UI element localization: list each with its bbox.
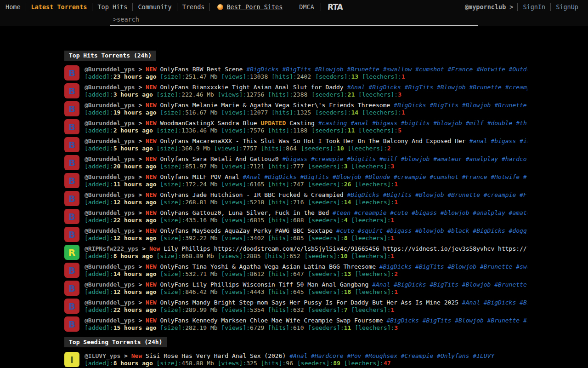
torrent-user[interactable]: @Burunddel_yps	[85, 66, 135, 73]
signup-link[interactable]: SignUp	[556, 3, 578, 11]
torrent-title[interactable]: Lily Phillips https://doodstream.com/e/l…	[164, 245, 527, 252]
user-avatar[interactable]: B	[64, 101, 79, 116]
torrent-title-line[interactable]: @RIPNsfw222_yps > New Lily Phillips http…	[85, 245, 527, 253]
torrent-title-line[interactable]: @Burunddel_yps > NEW OnlyFans Bianxxxkie…	[85, 83, 527, 91]
torrent-tags[interactable]: #Anal #Hardcore #Pov #Roughsex #Creampie…	[289, 352, 494, 359]
views-label: [views]:	[218, 253, 247, 259]
torrent-title[interactable]: OnlyFans Bianxxxkie Tight Asian Anal Slu…	[160, 84, 343, 91]
user-avatar[interactable]: B	[64, 65, 79, 80]
leechers-label: [leechers]:	[351, 253, 390, 259]
torrent-tags[interactable]: #anal #bigass #interrac…	[469, 138, 527, 144]
torrent-title[interactable]: OnlyFans Jade Hutchison - IR BBC Fucked …	[160, 191, 343, 198]
torrent-title-line[interactable]: @Burunddel_yps > NEW Onlyfans MILF POV A…	[85, 173, 527, 181]
user-avatar[interactable]: B	[64, 137, 79, 152]
user-avatar[interactable]: I	[64, 352, 79, 367]
torrent-user[interactable]: @Burunddel_yps	[85, 120, 135, 126]
torrent-tags[interactable]: #BigDicks #BigTits #Blowjob #Brunette #s…	[394, 102, 527, 109]
torrent-tags[interactable]: #Anal #BigDicks #BigTits …	[462, 299, 527, 306]
torrent-user[interactable]: @Burunddel_yps	[85, 209, 135, 216]
torrent-tags[interactable]: #Anal #BigDicks #BigTits #Blowjob #Blond…	[243, 173, 527, 180]
torrent-user[interactable]: @Burunddel_yps	[85, 84, 135, 91]
torrent-title[interactable]: Casting	[289, 120, 315, 126]
torrent-tags[interactable]: #casting #anal #bigass #bigtits #blowjob…	[318, 120, 527, 126]
user-avatar[interactable]: B	[64, 263, 79, 278]
torrent-title[interactable]: OnlyFans Mandy Bright Step-mom Says Her …	[160, 299, 458, 306]
torrent-title[interactable]: OnlyFans Gattouz0, Luna Silver, Fuck in …	[160, 209, 329, 216]
nav-item-top-hits[interactable]: Top Hits	[97, 3, 127, 11]
user-avatar[interactable]: B	[64, 83, 79, 98]
user-avatar[interactable]: R	[64, 245, 79, 260]
torrent-title[interactable]: OnlyFans Tina Yoshi & Agatha Vega Asian …	[160, 263, 376, 270]
torrent-tags[interactable]: #BigDicks #BigTits #Blowjob #Brunette #c…	[347, 191, 527, 198]
user-avatar[interactable]: B	[64, 173, 79, 188]
torrent-title-line[interactable]: @Burunddel_yps > NEW OnlyFans Lily Phill…	[85, 281, 527, 288]
user-avatar[interactable]: B	[64, 191, 79, 206]
torrent-user[interactable]: @RIPNsfw222_yps	[85, 245, 138, 252]
torrent-user[interactable]: @Burunddel_yps	[85, 138, 135, 144]
user-avatar[interactable]: B	[64, 209, 79, 224]
torrent-user[interactable]: @Burunddel_yps	[85, 227, 135, 234]
torrent-title[interactable]: OnlyFans MacarenaXXX - This Slut Was So …	[160, 138, 465, 144]
torrent-title-line[interactable]: @Burunddel_yps > NEW OnlyFans Kennedy Ma…	[85, 316, 527, 324]
torrent-title[interactable]: WoodmanCastingX Sandra Blue	[160, 120, 257, 126]
torrent-user[interactable]: @Burunddel_yps	[85, 191, 135, 198]
torrent-title[interactable]: Onlyfans Sara Retali And Gattouz0	[160, 155, 278, 162]
search-input[interactable]	[110, 14, 478, 26]
torrent-title-line[interactable]: @Burunddel_yps > NEW Onlyfans MaySeeds A…	[85, 227, 527, 235]
torrent-title-line[interactable]: @Burunddel_yps > NEW OnlyFans Tina Yoshi…	[85, 263, 527, 270]
seeders-label: [seeders]:	[308, 306, 344, 313]
torrent-tags[interactable]: #BigDicks #BigTits #Blowjob #Brunette #s…	[246, 66, 527, 73]
torrent-tags[interactable]: #teen #creampie #cute #bigass #blowjob #…	[333, 209, 527, 216]
user-avatar[interactable]: B	[64, 281, 79, 296]
torrent-title[interactable]: OnlyFans Lily Phillips Wisconsin Tiff 50…	[160, 281, 368, 288]
torrent-title[interactable]: OnlyFans Kennedy Marksen Chloe Mae Wife …	[160, 317, 383, 324]
nav-item-trends[interactable]: Trends	[182, 3, 205, 11]
user-avatar[interactable]: B	[64, 316, 79, 332]
torrent-user[interactable]: @Burunddel_yps	[85, 155, 135, 162]
torrent-title[interactable]: Onlyfans MILF POV Anal	[160, 173, 239, 180]
user-avatar[interactable]: B	[64, 119, 79, 134]
seeders-value: 89	[333, 360, 340, 367]
torrent-title[interactable]: OnlyFans Melanie Marie & Agatha Vega Sis…	[160, 102, 390, 109]
account-handle[interactable]: @mypornclub	[465, 3, 506, 11]
torrent-tags[interactable]: #Anal #BigDicks #BigTits #Blowjob #Brune…	[347, 84, 527, 91]
torrent-title[interactable]: Onlyfans MaySeeds AquaZay Perky PAWG BBC…	[160, 227, 333, 234]
torrent-meta-line: [added]:5 hours ago [size]:360.9 Mb [vie…	[85, 145, 527, 152]
user-avatar[interactable]: B	[64, 155, 79, 170]
torrent-tags[interactable]: #BigDicks #BigTits #Blowjob #Brunette #s…	[386, 317, 527, 324]
user-avatar[interactable]: B	[64, 299, 79, 314]
torrent-title-line[interactable]: @Burunddel_yps > NEW OnlyFans BBW Best S…	[85, 65, 527, 73]
torrent-user[interactable]: @ILUVY_yps	[85, 352, 120, 359]
added-value: 12 hours ago	[113, 235, 157, 242]
nav-item-latest-torrents[interactable]: Latest Torrents	[31, 3, 87, 11]
torrent-user[interactable]: @Burunddel_yps	[85, 317, 135, 324]
torrent-user[interactable]: @Burunddel_yps	[85, 263, 135, 270]
torrent-title-line[interactable]: @Burunddel_yps > NEW WoodmanCastingX San…	[85, 119, 527, 127]
torrent-user[interactable]: @Burunddel_yps	[85, 173, 135, 180]
leechers-value: 1	[391, 235, 395, 242]
torrent-title-line[interactable]: @ILUVY_yps > New Sisi Rose Has Very Hard…	[85, 352, 527, 360]
torrent-title[interactable]: OnlyFans BBW Best Scene	[160, 66, 243, 73]
nav-item-home[interactable]: Home	[6, 3, 21, 11]
torrent-tags[interactable]: #cute #squirt #bigass #blowjob #black #B…	[336, 227, 527, 234]
torrent-user[interactable]: @Burunddel_yps	[85, 102, 135, 109]
torrent-tags[interactable]: #Anal #BigDicks #BigTits #Blowjob #Brune…	[372, 281, 527, 288]
user-avatar[interactable]: B	[64, 227, 79, 242]
nav-item-community[interactable]: Community	[138, 3, 171, 11]
torrent-title-line[interactable]: @Burunddel_yps > NEW OnlyFans MacarenaXX…	[85, 137, 527, 145]
torrent-user[interactable]: @Burunddel_yps	[85, 281, 135, 288]
torrent-user[interactable]: @Burunddel_yps	[85, 299, 135, 306]
torrent-title-line[interactable]: @Burunddel_yps > NEW OnlyFans Jade Hutch…	[85, 191, 527, 199]
torrent-tags[interactable]: #bigass #creampie #bigtits #milf #blowjo…	[282, 155, 527, 162]
torrent-title-line[interactable]: @Burunddel_yps > NEW OnlyFans Gattouz0, …	[85, 209, 527, 217]
hits-label: [hits]:	[268, 91, 293, 98]
best-porn-sites-link[interactable]: Best Porn Sites	[217, 3, 283, 11]
signin-link[interactable]: SignIn	[523, 3, 545, 11]
torrent-title-line[interactable]: @Burunddel_yps > NEW Onlyfans Sara Retal…	[85, 155, 527, 163]
hits-label: [hits]:	[261, 360, 286, 367]
torrent-title[interactable]: Sisi Rose Has Very Hard Anal Sex (2026)	[146, 352, 286, 359]
torrent-tags[interactable]: #BigDicks #BigTits #Blowjob #Brunette #s…	[379, 263, 527, 270]
dmca-link[interactable]: DMCA	[299, 3, 314, 11]
torrent-title-line[interactable]: @Burunddel_yps > NEW OnlyFans Melanie Ma…	[85, 101, 527, 109]
torrent-title-line[interactable]: @Burunddel_yps > NEW OnlyFans Mandy Brig…	[85, 299, 527, 306]
